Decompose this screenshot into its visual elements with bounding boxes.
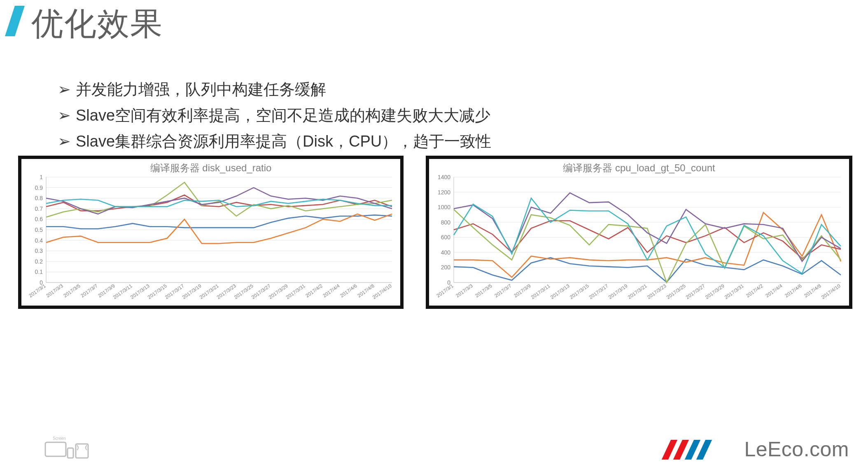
svg-text:2017/3/25: 2017/3/25 (233, 283, 254, 300)
svg-text:2017/3/19: 2017/3/19 (181, 283, 203, 300)
svg-text:2017/3/25: 2017/3/25 (665, 283, 687, 300)
svg-text:2017/3/5: 2017/3/5 (474, 283, 493, 299)
svg-text:2017/3/17: 2017/3/17 (588, 283, 609, 300)
chevron-right-icon: ➢ (58, 107, 71, 124)
svg-text:0.3: 0.3 (35, 248, 43, 254)
svg-text:0.1: 0.1 (35, 269, 43, 275)
page-title: 优化效果 (31, 2, 163, 46)
brand-logo-text: LeEco.com (744, 437, 849, 461)
svg-text:2017/3/1: 2017/3/1 (435, 283, 455, 299)
svg-text:2017/3/17: 2017/3/17 (164, 283, 185, 300)
svg-text:2017/3/13: 2017/3/13 (129, 283, 151, 300)
svg-text:0.5: 0.5 (35, 226, 43, 233)
svg-text:0.7: 0.7 (35, 205, 43, 212)
svg-text:2017/3/3: 2017/3/3 (455, 283, 474, 299)
svg-text:0.9: 0.9 (35, 184, 43, 191)
svg-text:2017/3/9: 2017/3/9 (513, 283, 532, 299)
svg-text:1400: 1400 (438, 174, 450, 180)
svg-text:2017/3/29: 2017/3/29 (268, 283, 289, 300)
svg-text:0.8: 0.8 (35, 195, 43, 201)
bullet-list: ➢并发能力增强，队列中构建任务缓解 ➢Slave空间有效利率提高，空间不足造成的… (41, 77, 491, 155)
svg-text:400: 400 (441, 249, 451, 256)
svg-text:2017/3/13: 2017/3/13 (549, 283, 571, 300)
disk-used-ratio-chart: 编译服务器 disk_used_ratio 00.10.20.30.40.50.… (18, 156, 404, 309)
svg-text:2017/3/5: 2017/3/5 (62, 283, 82, 299)
svg-text:0.2: 0.2 (35, 258, 43, 265)
svg-text:800: 800 (441, 219, 451, 226)
svg-text:2017/3/31: 2017/3/31 (285, 283, 306, 300)
svg-text:2017/3/23: 2017/3/23 (646, 283, 667, 300)
svg-text:2017/3/11: 2017/3/11 (530, 283, 551, 300)
svg-text:2017/3/29: 2017/3/29 (704, 283, 726, 300)
svg-text:Screen: Screen (53, 436, 66, 441)
svg-text:2017/3/21: 2017/3/21 (198, 283, 220, 300)
svg-text:2017/3/1: 2017/3/1 (28, 283, 47, 299)
svg-text:1200: 1200 (438, 189, 450, 196)
bullet-item: ➢Slave空间有效利率提高，空间不足造成的构建失败大大减少 (58, 103, 491, 128)
svg-text:2017/4/4: 2017/4/4 (764, 283, 784, 299)
chart-title: 编译服务器 disk_used_ratio (21, 161, 400, 175)
svg-text:1000: 1000 (438, 204, 450, 210)
svg-rect-84 (45, 442, 66, 456)
svg-text:2017/4/10: 2017/4/10 (371, 283, 393, 300)
svg-text:2017/4/6: 2017/4/6 (784, 283, 803, 299)
cpu-load-count-chart: 编译服务器 cpu_load_gt_50_count 0200400600800… (426, 156, 852, 309)
svg-text:2017/3/3: 2017/3/3 (45, 283, 64, 299)
bullet-item: ➢Slave集群综合资源利用率提高（Disk，CPU），趋于一致性 (58, 129, 491, 154)
svg-text:2017/3/23: 2017/3/23 (216, 283, 237, 300)
svg-text:2017/4/2: 2017/4/2 (745, 283, 764, 299)
chevron-right-icon: ➢ (58, 133, 71, 150)
svg-text:1: 1 (40, 174, 43, 180)
chevron-right-icon: ➢ (58, 81, 71, 98)
svg-text:2017/3/11: 2017/3/11 (112, 283, 133, 300)
svg-text:2017/3/15: 2017/3/15 (569, 283, 590, 300)
svg-text:0.6: 0.6 (35, 216, 43, 222)
svg-text:2017/3/27: 2017/3/27 (685, 283, 706, 300)
svg-text:2017/4/4: 2017/4/4 (322, 283, 341, 299)
title-accent-bar (5, 6, 25, 36)
svg-text:2017/3/15: 2017/3/15 (147, 283, 168, 300)
svg-text:2017/4/2: 2017/4/2 (304, 283, 324, 299)
svg-text:2017/3/7: 2017/3/7 (493, 283, 513, 299)
svg-text:200: 200 (441, 264, 451, 271)
svg-text:2017/4/6: 2017/4/6 (339, 283, 358, 299)
svg-text:2017/4/10: 2017/4/10 (820, 283, 842, 300)
footer-device-icons: Screen (44, 432, 90, 460)
svg-rect-85 (68, 448, 73, 458)
logo-slashes-icon (666, 440, 707, 460)
svg-text:2017/3/27: 2017/3/27 (250, 283, 272, 300)
svg-text:2017/3/19: 2017/3/19 (607, 283, 629, 300)
bullet-item: ➢并发能力增强，队列中构建任务缓解 (58, 77, 491, 102)
svg-text:0.4: 0.4 (35, 237, 43, 244)
svg-text:2017/3/21: 2017/3/21 (627, 283, 648, 300)
chart-title: 编译服务器 cpu_load_gt_50_count (429, 161, 849, 175)
svg-text:600: 600 (441, 234, 451, 241)
svg-text:2017/4/8: 2017/4/8 (803, 283, 822, 299)
svg-text:2017/3/31: 2017/3/31 (723, 283, 745, 300)
svg-text:2017/3/7: 2017/3/7 (79, 283, 99, 299)
